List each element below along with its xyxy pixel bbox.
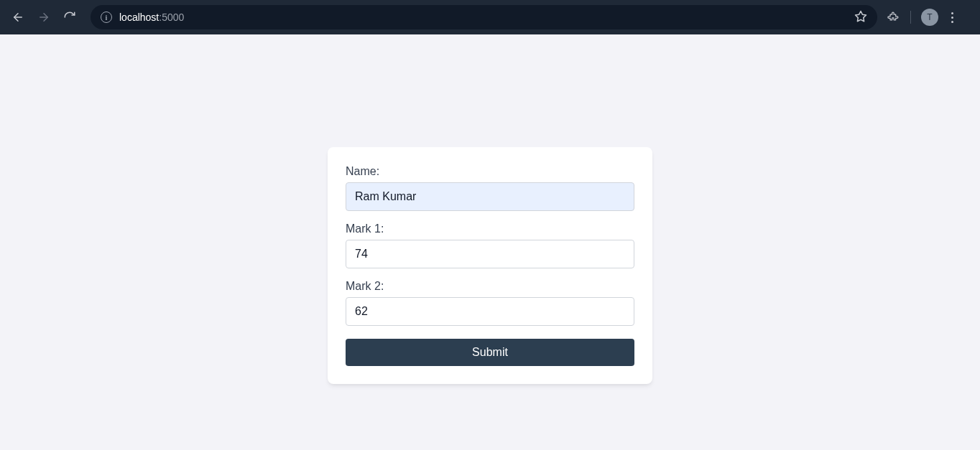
divider (910, 11, 911, 24)
name-input[interactable] (346, 182, 634, 211)
mark1-label: Mark 1: (346, 222, 634, 235)
chrome-right: T (887, 9, 961, 26)
star-icon (854, 10, 867, 23)
puzzle-icon (887, 11, 900, 24)
page-content: Name: Mark 1: Mark 2: Submit (0, 34, 980, 384)
mark2-input[interactable] (346, 297, 634, 326)
arrow-left-icon (11, 11, 24, 24)
submit-button[interactable]: Submit (346, 339, 634, 366)
arrow-right-icon (37, 11, 50, 24)
name-label: Name: (346, 165, 634, 178)
mark2-label: Mark 2: (346, 280, 634, 293)
form-group-name: Name: (346, 165, 634, 211)
info-icon: i (101, 11, 112, 23)
reload-button[interactable] (59, 6, 80, 28)
form-card: Name: Mark 1: Mark 2: Submit (328, 147, 652, 384)
menu-button[interactable] (948, 9, 956, 26)
svg-marker-2 (856, 11, 866, 21)
browser-chrome: i localhost:5000 T (0, 0, 980, 34)
forward-button[interactable] (33, 6, 55, 28)
nav-buttons (7, 6, 80, 28)
address-bar[interactable]: i localhost:5000 (91, 5, 877, 29)
profile-avatar[interactable]: T (921, 9, 938, 26)
back-button[interactable] (7, 6, 29, 28)
bookmark-button[interactable] (854, 10, 867, 25)
form-group-mark2: Mark 2: (346, 280, 634, 326)
mark1-input[interactable] (346, 240, 634, 268)
reload-icon (63, 11, 76, 24)
form-group-mark1: Mark 1: (346, 222, 634, 268)
extensions-button[interactable] (887, 11, 900, 24)
url-text: localhost:5000 (119, 11, 184, 23)
